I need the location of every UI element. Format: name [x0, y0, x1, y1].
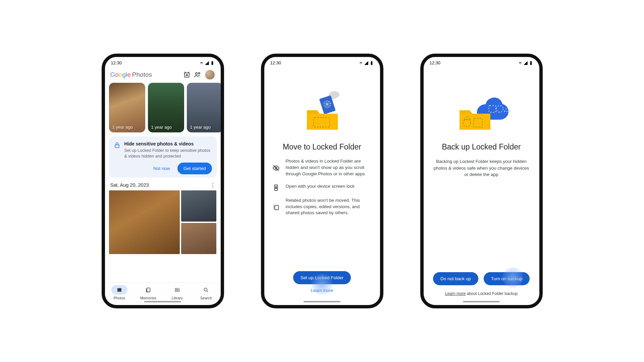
setup-locked-folder-button[interactable]: Set up Locked Folder — [293, 271, 351, 284]
gesture-bar — [144, 301, 181, 302]
turn-on-backup-button[interactable]: Turn on backup — [484, 272, 530, 285]
phone-lock-icon — [272, 184, 280, 191]
promo-get-started-button[interactable]: Get started — [177, 163, 212, 174]
library-icon — [174, 287, 180, 293]
section-date-header: Sat, Aug 20, 2023 ⋮ — [105, 178, 221, 190]
stack-icon — [272, 198, 280, 217]
bottom-nav: Photos Memories Library Search — [105, 282, 221, 303]
nav-photos[interactable]: Photos — [111, 285, 127, 300]
svg-rect-3 — [115, 145, 119, 147]
feature-screen-lock: Open with your device screen lock — [272, 183, 372, 191]
screen-title: Back up Locked Folder — [424, 142, 539, 152]
status-icons — [359, 61, 374, 65]
status-icons — [199, 61, 215, 65]
memory-card[interactable]: 1 year ago — [148, 83, 184, 132]
screen-description: Backing up Locked Folder keeps your hidd… — [424, 158, 539, 178]
memories-icon — [145, 287, 151, 293]
status-bar: 12:30 — [424, 57, 539, 67]
promo-body: Set up Locked Folder to keep sensitive p… — [124, 148, 212, 159]
learn-more-link[interactable]: Learn more — [309, 288, 335, 293]
memory-card[interactable]: 1 year ago — [109, 83, 145, 132]
wifi-icon — [518, 61, 523, 65]
cell-signal-icon — [205, 61, 209, 65]
status-icons — [518, 61, 533, 65]
app-header: Google Photos — [105, 67, 221, 83]
memory-card[interactable]: 1 year ago — [187, 83, 221, 132]
feature-related-not-moved: Related photos won't be moved. This incl… — [272, 197, 372, 217]
hero-illustration-folder-hand — [264, 67, 380, 140]
account-avatar[interactable] — [205, 69, 215, 80]
photo-thumbnail[interactable] — [181, 223, 217, 254]
photo-thumbnail[interactable] — [109, 190, 180, 254]
gesture-bar — [304, 301, 340, 302]
promo-title: Hide sensitive photos & videos — [124, 141, 212, 146]
footnote-learn-more-link[interactable]: Learn more — [445, 291, 466, 296]
phone-frame-backup-locked: 12:30 — [420, 54, 543, 308]
photos-icon — [116, 287, 122, 293]
phone-frame-photos-home: 12:30 Google Photos 1 year ago 1 year ag… — [102, 54, 224, 308]
wifi-icon — [359, 61, 363, 65]
photo-thumbnail[interactable] — [181, 190, 217, 222]
svg-rect-11 — [275, 187, 277, 189]
svg-point-1 — [195, 73, 197, 75]
do-not-backup-button[interactable]: Do not back up — [433, 272, 478, 285]
status-time: 12:30 — [430, 60, 441, 65]
wifi-icon — [199, 61, 204, 65]
status-time: 12:30 — [270, 60, 281, 65]
section-date: Sat, Aug 20, 2023 — [110, 182, 149, 188]
svg-rect-4 — [147, 288, 150, 292]
nav-library[interactable]: Library — [169, 285, 185, 300]
nav-search[interactable]: Search — [198, 285, 214, 300]
battery-icon — [369, 61, 374, 65]
screen-title: Move to Locked Folder — [264, 142, 380, 152]
phone-frame-move-to-locked: 12:30 Move to Locked — [261, 54, 383, 308]
sharing-icon[interactable] — [194, 71, 201, 78]
feature-list: Photos & videos in Locked Folder are hid… — [264, 158, 380, 216]
status-bar: 12:30 — [264, 57, 380, 67]
cell-signal-icon — [523, 61, 528, 65]
eye-off-icon — [272, 159, 280, 177]
lock-icon — [114, 142, 120, 148]
svg-rect-12 — [275, 205, 278, 210]
search-icon — [203, 287, 209, 293]
svg-point-5 — [204, 288, 207, 291]
status-time: 12:30 — [111, 60, 122, 65]
memories-carousel[interactable]: 1 year ago 1 year ago 1 year ago — [105, 83, 221, 132]
status-bar: 12:30 — [105, 57, 221, 67]
promo-not-now-button[interactable]: Not now — [149, 163, 174, 174]
footnote: Learn more about Locked Folder backup — [424, 291, 539, 296]
gesture-bar — [463, 301, 500, 302]
nav-memories[interactable]: Memories — [140, 285, 156, 300]
svg-point-2 — [198, 72, 200, 74]
cell-signal-icon — [364, 61, 369, 65]
print-store-icon[interactable] — [183, 71, 191, 78]
brand-google-photos: Google Photos — [110, 71, 152, 78]
locked-folder-promo-card: Hide sensitive photos & videos Set up Lo… — [109, 136, 217, 178]
feature-hidden: Photos & videos in Locked Folder are hid… — [272, 158, 372, 177]
battery-icon — [210, 61, 215, 65]
photo-grid — [105, 190, 221, 254]
battery-icon — [529, 61, 533, 65]
svg-point-0 — [186, 74, 187, 76]
hero-illustration-folder-cloud — [424, 67, 539, 140]
